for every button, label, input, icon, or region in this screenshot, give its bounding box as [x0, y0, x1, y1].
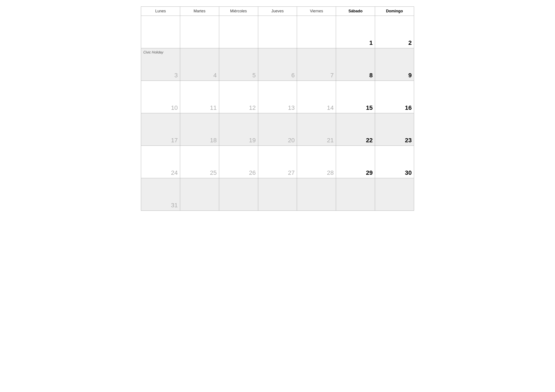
calendar-cell: 15: [336, 81, 375, 113]
day-number: 25: [182, 169, 217, 176]
day-number: 18: [182, 137, 217, 144]
calendar-cell: 23: [375, 113, 414, 146]
calendar-cell: 11: [180, 81, 219, 113]
day-number: 0: [377, 202, 412, 209]
day-number: 5: [221, 72, 256, 79]
day-number: 2: [377, 39, 412, 46]
calendar-page: LunesMartesMiércolesJuevesViernesSábadoD…: [139, 0, 416, 217]
weekday-header: Martes: [180, 7, 219, 16]
day-number: 12: [221, 104, 256, 111]
calendar-row: 31000000: [141, 178, 414, 211]
calendar-cell: 14: [297, 81, 336, 113]
calendar-cell: 0: [141, 16, 180, 48]
calendar-row: 24252627282930: [141, 146, 414, 178]
day-number: 30: [377, 169, 412, 176]
calendar-cell: 0: [219, 16, 258, 48]
calendar-table: LunesMartesMiércolesJuevesViernesSábadoD…: [141, 7, 414, 211]
day-number: 31: [143, 202, 178, 209]
calendar-cell: 0: [258, 178, 297, 211]
calendar-cell: Civic Holiday3: [141, 48, 180, 81]
calendar-cell: 0: [297, 178, 336, 211]
day-number: 29: [338, 169, 373, 176]
day-number: 21: [299, 137, 334, 144]
day-number: 11: [182, 104, 217, 111]
calendar-cell: 0: [219, 178, 258, 211]
weekday-header: Sábado: [336, 7, 375, 16]
calendar-cell: 5: [219, 48, 258, 81]
calendar-cell: 10: [141, 81, 180, 113]
day-number: 22: [338, 137, 373, 144]
calendar-cell: 0: [180, 16, 219, 48]
calendar-cell: 31: [141, 178, 180, 211]
day-number: 0: [182, 39, 217, 46]
day-number: 14: [299, 104, 334, 111]
calendar-row: 17181920212223: [141, 113, 414, 146]
day-number: 1: [338, 39, 373, 46]
day-number: 24: [143, 169, 178, 176]
calendar-cell: 0: [258, 16, 297, 48]
day-number: 0: [338, 202, 373, 209]
day-number: 0: [299, 202, 334, 209]
day-number: 23: [377, 137, 412, 144]
day-number: 0: [143, 39, 178, 46]
day-number: 0: [221, 202, 256, 209]
calendar-cell: 17: [141, 113, 180, 146]
day-number: 0: [299, 39, 334, 46]
weekday-header: Miércoles: [219, 7, 258, 16]
calendar-cell: 20: [258, 113, 297, 146]
calendar-cell: 25: [180, 146, 219, 178]
day-number: 19: [221, 137, 256, 144]
day-number: 0: [260, 39, 295, 46]
calendar-cell: 1: [336, 16, 375, 48]
calendar-cell: 19: [219, 113, 258, 146]
calendar-cell: 29: [336, 146, 375, 178]
calendar-cell: 16: [375, 81, 414, 113]
day-number: 0: [260, 202, 295, 209]
calendar-cell: 6: [258, 48, 297, 81]
footer-text: [141, 213, 414, 215]
day-number: 0: [221, 39, 256, 46]
calendar-cell: 4: [180, 48, 219, 81]
weekday-header: Jueves: [258, 7, 297, 16]
day-number: 13: [260, 104, 295, 111]
day-number: 0: [182, 202, 217, 209]
calendar-cell: 26: [219, 146, 258, 178]
day-number: 20: [260, 137, 295, 144]
weekday-header-row: LunesMartesMiércolesJuevesViernesSábadoD…: [141, 7, 414, 16]
day-number: 28: [299, 169, 334, 176]
calendar-cell: 12: [219, 81, 258, 113]
calendar-cell: 28: [297, 146, 336, 178]
calendar-cell: 27: [258, 146, 297, 178]
calendar-cell: 18: [180, 113, 219, 146]
calendar-cell: 0: [375, 178, 414, 211]
weekday-header: Lunes: [141, 7, 180, 16]
weekday-header: Domingo: [375, 7, 414, 16]
calendar-cell: 0: [336, 178, 375, 211]
day-number: 10: [143, 104, 178, 111]
day-number: 7: [299, 72, 334, 79]
calendar-cell: 2: [375, 16, 414, 48]
calendar-cell: 9: [375, 48, 414, 81]
calendar-row: 0000012: [141, 16, 414, 48]
calendar-cell: 22: [336, 113, 375, 146]
calendar-cell: 30: [375, 146, 414, 178]
calendar-cell: 13: [258, 81, 297, 113]
holiday-label: Civic Holiday: [143, 50, 163, 54]
calendar-cell: 24: [141, 146, 180, 178]
calendar-cell: 0: [297, 16, 336, 48]
day-number: 4: [182, 72, 217, 79]
day-number: 6: [260, 72, 295, 79]
day-number: 26: [221, 169, 256, 176]
calendar-row: Civic Holiday3456789: [141, 48, 414, 81]
calendar-cell: 8: [336, 48, 375, 81]
calendar-cell: 0: [180, 178, 219, 211]
calendar-cell: 21: [297, 113, 336, 146]
day-number: 3: [143, 72, 178, 79]
calendar-row: 10111213141516: [141, 81, 414, 113]
day-number: 15: [338, 104, 373, 111]
day-number: 8: [338, 72, 373, 79]
day-number: 16: [377, 104, 412, 111]
day-number: 9: [377, 72, 412, 79]
weekday-header: Viernes: [297, 7, 336, 16]
day-number: 27: [260, 169, 295, 176]
